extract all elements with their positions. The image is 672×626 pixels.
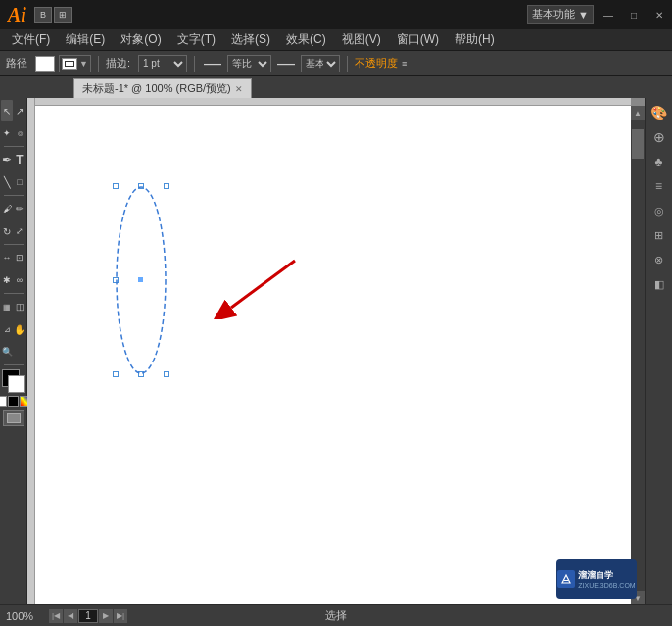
stroke-panel-btn[interactable]: ⊗ bbox=[648, 249, 670, 270]
eyedrop-blend-pair: ✱ ∞ bbox=[1, 269, 25, 291]
menu-view[interactable]: 视图(V) bbox=[334, 29, 389, 50]
color-mode-row bbox=[0, 396, 30, 407]
slice-tool[interactable]: ⊿ bbox=[1, 318, 13, 340]
maximize-button[interactable]: □ bbox=[621, 0, 647, 29]
right-panel: 🎨 ⊕ ♣ ≡ ◎ ⊞ ⊗ ◧ bbox=[645, 98, 672, 604]
options-menu-icon[interactable]: ≡ bbox=[402, 59, 407, 69]
tool-sep-5 bbox=[4, 364, 24, 365]
first-page-btn[interactable]: |◀ bbox=[49, 609, 63, 623]
menu-edit[interactable]: 编辑(E) bbox=[58, 29, 113, 50]
lasso-tool[interactable]: ⌾ bbox=[14, 122, 25, 144]
last-page-btn[interactable]: ▶| bbox=[114, 609, 127, 623]
white-swatch[interactable] bbox=[0, 396, 7, 407]
select-tool-pair: ↖ ↗ bbox=[1, 100, 25, 121]
black-swatch[interactable] bbox=[8, 396, 19, 407]
hand-tool[interactable]: ✋ bbox=[14, 318, 25, 340]
close-button[interactable]: ✕ bbox=[647, 0, 672, 29]
scroll-thumb-v[interactable] bbox=[632, 129, 644, 159]
magic-wand-tool[interactable]: ✦ bbox=[1, 122, 13, 144]
width-warp-pair: ↔ ⊡ bbox=[1, 247, 25, 268]
tab-title: 未标题-1* @ 100% (RGB/预览) bbox=[82, 81, 231, 96]
menu-bar: 文件(F) 编辑(E) 对象(O) 文字(T) 选择(S) 效果(C) 视图(V… bbox=[0, 29, 672, 51]
ruler-left bbox=[27, 98, 35, 604]
brush-tool[interactable]: 🖌 bbox=[1, 198, 13, 219]
rotate-tool[interactable]: ↻ bbox=[1, 220, 13, 242]
canvas-white bbox=[35, 106, 631, 604]
rotate-scale-pair: ↻ ⤢ bbox=[1, 220, 25, 242]
scale-tool[interactable]: ⤢ bbox=[14, 220, 25, 242]
page-input[interactable] bbox=[78, 609, 98, 623]
prev-page-btn[interactable]: ◀ bbox=[64, 609, 77, 623]
transform-panel-btn[interactable]: ⊞ bbox=[648, 224, 670, 246]
menu-text[interactable]: 文字(T) bbox=[169, 29, 223, 50]
tab-close-button[interactable]: ✕ bbox=[235, 84, 243, 94]
align-panel-btn[interactable]: ≡ bbox=[648, 175, 670, 197]
watermark-title: 溜溜自学 bbox=[578, 569, 613, 582]
zoom-tool[interactable]: 🔍 bbox=[1, 341, 13, 362]
menu-file[interactable]: 文件(F) bbox=[4, 29, 58, 50]
status-bar: 100% |◀ ◀ ▶ ▶| 选择 溜溜自学 ZIXUE.3D6B.COM bbox=[0, 604, 672, 626]
pencil-tool[interactable]: ✏ bbox=[14, 198, 25, 219]
menu-window[interactable]: 窗口(W) bbox=[389, 29, 447, 50]
workspace-switcher[interactable]: 基本功能 ▼ bbox=[527, 5, 594, 24]
line-tool[interactable]: ╲ bbox=[1, 171, 13, 193]
brush-pencil-pair: 🖌 ✏ bbox=[1, 198, 25, 219]
basic-select[interactable]: 基本 bbox=[301, 55, 340, 72]
red-arrow bbox=[212, 251, 300, 322]
color-panel-btn[interactable]: 🎨 bbox=[648, 102, 670, 123]
width-tool[interactable]: ↔ bbox=[1, 247, 13, 268]
symbols-panel-btn[interactable]: ♣ bbox=[648, 151, 670, 172]
pen-tool[interactable]: ✒ bbox=[1, 149, 13, 170]
options-bar: 路径 ▼ 描边: 1 pt — 等比 — 基本 不透明度 ≡ bbox=[0, 51, 672, 76]
path-label: 路径 bbox=[6, 56, 27, 71]
wand-lasso-pair: ✦ ⌾ bbox=[1, 122, 25, 144]
background-swatch[interactable] bbox=[8, 375, 25, 393]
tool-sep-1 bbox=[4, 146, 24, 147]
separator-2 bbox=[194, 56, 195, 72]
ellipse-shape[interactable] bbox=[116, 186, 167, 374]
scroll-track-v[interactable] bbox=[631, 120, 645, 591]
menu-select[interactable]: 选择(S) bbox=[223, 29, 278, 50]
select-tool[interactable]: ↖ bbox=[1, 100, 13, 121]
color-swatches[interactable] bbox=[2, 369, 25, 393]
text-tool[interactable]: T bbox=[14, 149, 25, 170]
add-panel-btn[interactable]: ⊕ bbox=[648, 126, 670, 148]
scroll-up-arrow[interactable]: ▲ bbox=[631, 106, 645, 120]
ratio-select[interactable]: 等比 bbox=[227, 55, 271, 72]
direct-select-tool[interactable]: ↗ bbox=[14, 100, 25, 121]
eyedropper-tool[interactable]: ✱ bbox=[1, 269, 13, 291]
opacity-label[interactable]: 不透明度 bbox=[355, 56, 398, 71]
scrollbar-right[interactable]: ▲ ▼ bbox=[631, 106, 645, 604]
warp-tool[interactable]: ⊡ bbox=[14, 247, 25, 268]
stroke-weight-select[interactable]: 1 pt bbox=[138, 55, 187, 72]
menu-effect[interactable]: 效果(C) bbox=[278, 29, 334, 50]
tab-bar: 未标题-1* @ 100% (RGB/预览) ✕ bbox=[0, 76, 672, 98]
tool-sep-2 bbox=[4, 195, 24, 196]
ai-logo: Ai bbox=[8, 4, 26, 26]
pen-text-pair: ✒ T bbox=[1, 149, 25, 170]
zoom-pair: 🔍 bbox=[1, 341, 25, 362]
minimize-button[interactable]: — bbox=[596, 0, 621, 29]
document-tab[interactable]: 未标题-1* @ 100% (RGB/预览) ✕ bbox=[73, 78, 252, 98]
stroke-label: 描边: bbox=[106, 56, 130, 71]
svg-marker-3 bbox=[562, 575, 570, 583]
line-shape-pair: ╲ □ bbox=[1, 171, 25, 193]
fill-swatch[interactable] bbox=[35, 56, 55, 72]
layers-panel-btn[interactable]: ◧ bbox=[648, 273, 670, 295]
menu-help[interactable]: 帮助(H) bbox=[447, 29, 503, 50]
stroke-dropdown[interactable]: ▼ bbox=[59, 55, 91, 72]
menu-object[interactable]: 对象(O) bbox=[113, 29, 168, 50]
screen-mode-btn[interactable] bbox=[3, 410, 24, 426]
red-arrow-svg bbox=[212, 251, 300, 319]
graph-tool[interactable]: ▦ bbox=[1, 296, 13, 317]
artboard-tool[interactable]: ◫ bbox=[14, 296, 25, 317]
tool-sep-3 bbox=[4, 244, 24, 245]
next-page-btn[interactable]: ▶ bbox=[99, 609, 113, 623]
blend-tool[interactable]: ∞ bbox=[14, 269, 25, 291]
canvas-area[interactable]: ▲ ▼ bbox=[27, 98, 645, 604]
layout-button[interactable]: B bbox=[34, 7, 52, 23]
appearance-panel-btn[interactable]: ◎ bbox=[648, 200, 670, 221]
arrange-button[interactable]: ⊞ bbox=[54, 7, 72, 23]
slice-hand-pair: ⊿ ✋ bbox=[1, 318, 25, 340]
shape-tool[interactable]: □ bbox=[14, 171, 25, 193]
